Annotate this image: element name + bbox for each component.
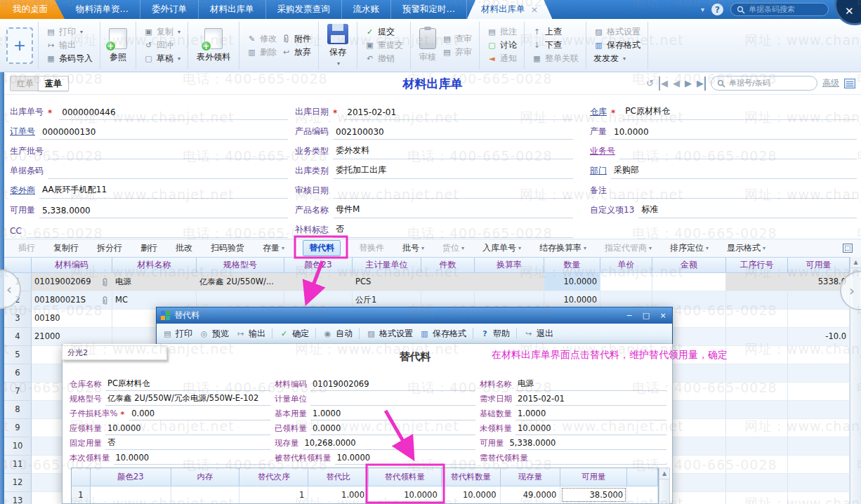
- grid-cell[interactable]: [726, 291, 788, 310]
- toolbar-button-发发发[interactable]: 发发发▾: [591, 52, 643, 65]
- dialog-value-可用量[interactable]: 5,338.0000: [508, 438, 667, 450]
- grid-cell[interactable]: [788, 364, 850, 383]
- toolbar-button-放弃[interactable]: ↩放弃: [279, 46, 313, 59]
- table-header-可用量[interactable]: 可用量: [560, 468, 627, 486]
- row-number[interactable]: 1: [72, 486, 91, 503]
- substitute-cell[interactable]: 49.0000: [501, 486, 561, 503]
- tab-委外订单[interactable]: 委外订单: [140, 0, 199, 19]
- field-label-部门[interactable]: 部门: [590, 165, 607, 179]
- grid-cell[interactable]: [726, 492, 788, 504]
- grid-cell[interactable]: [726, 456, 788, 474]
- grid-cell[interactable]: [788, 310, 850, 328]
- grid-cell[interactable]: [726, 310, 788, 328]
- row-number[interactable]: 13: [4, 492, 32, 504]
- grid-cell[interactable]: 电源: [112, 273, 197, 291]
- dialog-value-材料编码[interactable]: 01019002069: [310, 379, 475, 391]
- grid-cell[interactable]: [726, 401, 788, 419]
- grid-cell[interactable]: 01019002069: [32, 273, 112, 291]
- grid-cell[interactable]: 00180: [32, 310, 112, 328]
- grid-toolbar-插行[interactable]: 插行: [18, 242, 35, 254]
- toolbar-button-提交[interactable]: ✓提交: [362, 25, 405, 39]
- toolbar-button-表外领料[interactable]: +表外领料: [193, 28, 234, 63]
- grid-toolbar-拆分行[interactable]: 拆分行: [97, 242, 122, 254]
- row-number[interactable]: 4: [4, 328, 32, 346]
- grid-header-换算率[interactable]: 换算率: [475, 258, 544, 272]
- grid-header-金额[interactable]: 金额: [652, 258, 726, 272]
- grid-toolbar-删行[interactable]: 删行: [140, 242, 157, 254]
- field-value-备注[interactable]: [611, 187, 857, 199]
- field-value-生产批号[interactable]: [48, 147, 288, 159]
- grid-cell[interactable]: 001800021S: [32, 291, 112, 310]
- dialog-value-固定用量[interactable]: 否: [105, 437, 270, 450]
- help-icon[interactable]: ?: [711, 4, 723, 15]
- grid-cell[interactable]: [726, 419, 788, 437]
- dialog-value-基本用量[interactable]: 1.0000: [310, 409, 475, 420]
- table-header-替代领料量[interactable]: 替代领料量: [369, 468, 442, 486]
- substitute-cell[interactable]: [91, 486, 171, 503]
- grid-cell[interactable]: [726, 364, 788, 383]
- dialog-value-基础数量[interactable]: 1.0000: [515, 409, 666, 420]
- dialog-value-未领料量[interactable]: 10.0000: [515, 423, 666, 435]
- table-header-替代次序[interactable]: 替代次序: [239, 468, 308, 486]
- field-value-订单号[interactable]: 0000000130: [39, 127, 288, 140]
- field-label-业务号[interactable]: 业务号: [590, 145, 615, 159]
- dialog-table-scrollbar[interactable]: ▲: [659, 467, 670, 504]
- toolbar-button-下查[interactable]: ↓下查: [530, 39, 581, 52]
- field-value-仓库[interactable]: PC原材料仓: [622, 105, 857, 120]
- tab-物料清单资…[interactable]: 物料清单资…: [65, 0, 140, 19]
- substitute-cell[interactable]: 10.0000: [442, 486, 501, 503]
- row-number[interactable]: 10: [4, 437, 32, 456]
- row-number[interactable]: 3: [4, 310, 32, 328]
- row-number[interactable]: 11: [4, 456, 32, 474]
- row-number[interactable]: 12: [4, 474, 32, 492]
- grid-cell[interactable]: [726, 437, 788, 456]
- grid-header-材料名称[interactable]: 材料名称: [112, 258, 197, 272]
- grid-cell[interactable]: [421, 273, 475, 291]
- field-value-自定义项13[interactable]: 标准: [638, 204, 857, 218]
- toolbar-button-整单关联[interactable]: ▦整单关联: [530, 52, 581, 65]
- table-header-替代料数量[interactable]: 替代料数量: [442, 468, 501, 486]
- barcode-search-box[interactable]: [730, 3, 829, 16]
- barcode-search-input[interactable]: [749, 5, 822, 14]
- table-header-内存[interactable]: 内存: [171, 468, 240, 486]
- grid-cell[interactable]: [600, 273, 652, 291]
- cell-editor-tooltip[interactable]: 分光2: [62, 345, 167, 360]
- grid-cell[interactable]: PCS: [353, 273, 421, 291]
- tab-流水账[interactable]: 流水账: [342, 0, 392, 19]
- minimize-icon[interactable]: ─: [624, 311, 634, 320]
- doc-search-box[interactable]: [711, 76, 817, 91]
- field-value-出库日期[interactable]: 2015-02-01: [344, 107, 573, 120]
- field-value-单据条码[interactable]: [48, 167, 288, 179]
- grid-toolbar-复制行[interactable]: 复制行: [53, 242, 79, 254]
- grid-cell[interactable]: [726, 273, 788, 291]
- dialog-toolbar-格式设置[interactable]: ▨格式设置: [366, 328, 413, 340]
- grid-header-颜色23[interactable]: 颜色23: [284, 258, 353, 272]
- grid-toolbar-替换件[interactable]: 替换件: [359, 242, 384, 254]
- scroll-up-icon[interactable]: ▲: [659, 468, 669, 479]
- row-number[interactable]: 5: [4, 346, 32, 364]
- tab-预警和定时…[interactable]: 预警和定时…: [391, 0, 467, 19]
- field-value-CC[interactable]: [26, 226, 288, 238]
- grid-toolbar-批号[interactable]: 批号▾: [402, 242, 424, 254]
- grid-header-数量[interactable]: 数量: [544, 258, 600, 272]
- grid-toolbar-货位[interactable]: 货位▾: [442, 242, 464, 254]
- toolbar-button-保存格式[interactable]: ▥保存格式: [591, 39, 643, 52]
- table-header-现存量[interactable]: 现存量: [501, 468, 561, 486]
- tab-我的桌面[interactable]: 我的桌面: [0, 0, 65, 19]
- add-new-button[interactable]: +: [6, 27, 33, 64]
- field-label-仓库[interactable]: 仓库: [590, 106, 607, 120]
- tab-材料出库单[interactable]: 材料出库单×: [467, 0, 552, 19]
- grid-header-单价[interactable]: 单价: [600, 258, 652, 272]
- toolbar-button-格式设置[interactable]: ▨格式设置: [591, 25, 643, 39]
- dialog-toolbar-帮助[interactable]: ?帮助: [480, 328, 510, 340]
- next-record-icon[interactable]: ▶: [685, 77, 692, 91]
- field-value-委外商[interactable]: AA辰环手机配11: [39, 184, 288, 199]
- toolbar-button-重提交[interactable]: ▣重提交: [362, 39, 405, 52]
- toolbar-button-参照[interactable]: +参照: [105, 28, 131, 63]
- field-value-产品名称[interactable]: 母件M: [333, 204, 573, 218]
- grid-cell[interactable]: [788, 383, 850, 401]
- toolbar-button-条码导入[interactable]: ▦条码导入: [44, 52, 95, 65]
- grid-toolbar-入库单号[interactable]: 入库单号▾: [482, 242, 521, 254]
- toolbar-button-删除[interactable]: ▥删除: [244, 46, 279, 59]
- advanced-search-link[interactable]: 高级: [822, 77, 839, 89]
